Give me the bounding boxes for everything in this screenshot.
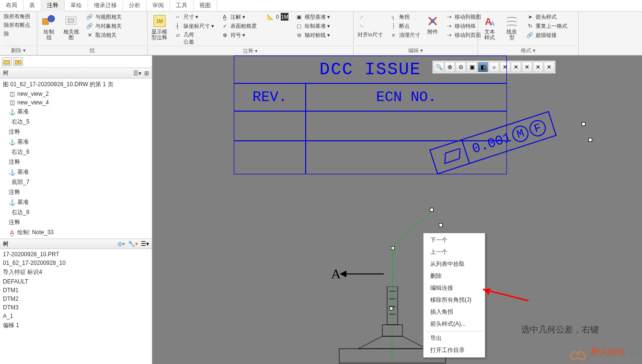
tree-expand-icon[interactable]: ⊞ [144, 70, 149, 77]
tree-item[interactable]: 注释 [6, 157, 152, 167]
break-icon: ┊ [390, 22, 397, 30]
ctx-remove-elbows[interactable]: 移除所有角拐(J) [424, 294, 485, 306]
ctx-open-dir[interactable]: 打开工作目录 [424, 344, 485, 356]
tree-item[interactable]: DTM1 [0, 286, 152, 295]
selection-handle[interactable] [582, 122, 585, 126]
tree-item[interactable]: A_1 [0, 312, 152, 320]
move-to-page[interactable]: ⇢移动到页面 [443, 31, 483, 39]
tree-item[interactable]: DTM2 [0, 295, 152, 303]
tab-review[interactable]: 审阅 [147, 0, 170, 11]
relate-to-view[interactable]: 🔗与视图相关 [84, 12, 124, 21]
clean-dims[interactable]: ≡清理尺寸 [388, 31, 422, 39]
axis-sym[interactable]: ⊖轴对称线 ▾ [293, 31, 332, 39]
tree-item[interactable]: 右边_8 [6, 207, 152, 217]
model-tool-1[interactable]: ◍▾ [117, 240, 125, 247]
line-style-button[interactable]: 线造 型 [502, 12, 521, 41]
ordinate-dim[interactable]: ┤纵坐标尺寸 ▾ [172, 22, 216, 30]
move-to-view[interactable]: ⇢移动到视图 [443, 12, 483, 21]
tree-item[interactable]: 注释 [6, 217, 152, 228]
arrow-style[interactable]: ➤箭头样式 [524, 12, 569, 21]
tree-root[interactable]: 图 01_62_17-20200928_10.DRW 的第 1 页 [0, 80, 152, 90]
tree-item[interactable]: A̲绘制: Note_33 [6, 228, 152, 238]
tree-item[interactable]: 导入特征 标识4 [0, 267, 152, 277]
tool-button[interactable]: ✕ [544, 62, 554, 72]
model-tool-2[interactable]: 🔧▾ [128, 240, 138, 247]
text-style-button[interactable]: AA 文本 样式 [480, 12, 499, 41]
symbol[interactable]: ⊕符号 ▾ [219, 31, 259, 39]
model-tool-3[interactable]: ☰▾ [141, 240, 149, 247]
ctx-delete[interactable]: 删除 [424, 270, 485, 282]
split2[interactable]: ⟍ [355, 22, 385, 30]
tree-item[interactable]: ◫new_view_2 [6, 90, 152, 98]
ctx-prev[interactable]: 上一个 [424, 246, 485, 258]
move-special[interactable]: ⇢移动特殊 [443, 22, 483, 30]
draw-group-button[interactable]: 绘制 组 [39, 12, 58, 41]
align[interactable]: 对齐\n尺寸 [355, 31, 385, 39]
folder-button-1[interactable] [2, 57, 11, 66]
tool-button[interactable]: ✕ [511, 62, 521, 72]
related-view-button[interactable]: 相关视 图 [61, 12, 81, 41]
ctx-edit-attach[interactable]: 编辑连接 [424, 282, 485, 294]
ctx-arrow-style[interactable]: 箭头样式(A)... [424, 318, 485, 330]
tree-item[interactable]: ⚓基准 [6, 167, 152, 177]
tab-sketch[interactable]: 草绘 [65, 0, 88, 11]
ctx-insert-elbow[interactable]: 插入角拐 [424, 306, 485, 318]
surface-finish[interactable]: ✓表面粗糙度 [219, 22, 259, 30]
break[interactable]: ┊断点 [388, 22, 422, 30]
tree-item[interactable]: ⚓基准 [6, 107, 152, 117]
tab-table[interactable]: 表 [23, 0, 41, 11]
show-model-annotations[interactable]: 1M 显示模 型注释 [149, 12, 169, 41]
tree-item[interactable]: 注释 [6, 187, 152, 197]
remove[interactable]: 除 [2, 30, 32, 38]
elbow[interactable]: ┐角拐 [388, 12, 422, 21]
selection-handle[interactable] [439, 223, 443, 227]
tree-item[interactable]: 注释 [6, 127, 152, 137]
note[interactable]: A̲注解 ▾ [219, 12, 259, 21]
unrelate[interactable]: ✕取消相关 [84, 31, 124, 39]
ctx-next[interactable]: 下一个 [424, 234, 485, 246]
ctx-export[interactable]: 导出 [424, 332, 485, 344]
hyperlink[interactable]: 🔗超级链接 [524, 31, 569, 39]
tree-settings-icon[interactable]: ☰▾ [133, 70, 141, 77]
selection-handle[interactable] [430, 208, 434, 212]
tab-analysis[interactable]: 分析 [123, 0, 147, 11]
tab-layout[interactable]: 布局 [0, 0, 23, 11]
tree-item[interactable]: ◫new_view_4 [6, 98, 152, 107]
drawing-canvas[interactable]: 🔍 ⊕ ⊖ ▣ ◧ ⟐ ✕ ✕ ✕ ✕ ✕ DCC ISSUE REV.ECN … [152, 56, 642, 364]
attachment-button[interactable]: 附件 [425, 12, 440, 35]
tree-item[interactable]: 底部_7 [6, 177, 152, 187]
tab-view[interactable]: 视图 [194, 0, 217, 11]
split[interactable]: ⟋ [355, 12, 385, 21]
tool-button[interactable]: ✕ [522, 62, 532, 72]
ref-dim[interactable]: 📐01M [264, 12, 290, 21]
tree-item[interactable]: 17-20200928_10.PRT [0, 250, 152, 259]
remove-breaks[interactable]: 除所有断点 [2, 21, 32, 29]
ctx-pick-from-list[interactable]: 从列表中拾取 [424, 258, 485, 270]
remove-elbows[interactable]: 除所有角拐 [2, 12, 32, 21]
tree-item[interactable]: 右边_6 [6, 147, 152, 157]
gtol-button[interactable]: ▱几何 公差 [172, 31, 216, 46]
relate-to-object[interactable]: 🔗与对象相关 [84, 22, 124, 30]
model-datum[interactable]: ▣模型基准 ▾ [293, 12, 332, 21]
folder-button-2[interactable]: * [13, 57, 23, 66]
tree-item[interactable]: 01_62_17-20200928_10 [0, 259, 152, 267]
tree-item[interactable]: 右边_5 [6, 117, 152, 127]
tab-inherit[interactable]: 继承迁移 [88, 0, 123, 11]
selection-handle[interactable] [588, 138, 592, 142]
tree-item[interactable]: DTM3 [0, 303, 152, 312]
draw-datum[interactable]: ▢绘制基准 ▾ [293, 22, 332, 30]
tree-item[interactable]: 偏移 1 [0, 320, 152, 330]
svg-rect-19 [382, 325, 402, 336]
tab-tools[interactable]: 工具 [170, 0, 194, 11]
repeat-format[interactable]: ↻重复上一格式 [524, 22, 569, 30]
tab-annotate[interactable]: 注释 [41, 0, 65, 11]
tree-item[interactable]: ⚓基准 [6, 137, 152, 147]
selection-handle[interactable] [391, 246, 395, 250]
tree-item[interactable]: DEFAULT [0, 277, 152, 286]
tool-button[interactable]: ✕ [533, 62, 543, 72]
tree-item[interactable]: ⚓基准 [6, 197, 152, 207]
svg-point-6 [431, 19, 435, 23]
line-style-icon [504, 13, 519, 29]
dimension[interactable]: ↔尺寸 ▾ [172, 12, 216, 21]
folder-toolbar: * [0, 56, 152, 68]
